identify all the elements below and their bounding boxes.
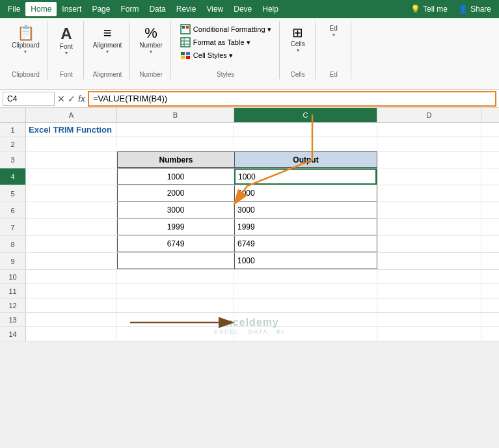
menu-home[interactable]: Home [25, 2, 57, 16]
cell-b11[interactable] [117, 284, 234, 298]
cell-d14[interactable] [377, 327, 481, 341]
cell-c3[interactable]: Output [234, 152, 377, 168]
col-header-a[interactable]: A [26, 108, 117, 122]
cell-a9[interactable] [26, 253, 117, 269]
cell-c1[interactable] [234, 123, 377, 137]
cell-d11[interactable] [377, 284, 481, 298]
cell-d3[interactable] [377, 152, 481, 168]
cells-button[interactable]: ⊞ Cells ▾ [286, 23, 310, 55]
cell-a14[interactable] [26, 327, 117, 341]
row-number-1: 1 [0, 123, 26, 137]
format-as-table-button[interactable]: Format as Table ▾ [178, 36, 274, 48]
cell-c9[interactable]: 1000 [234, 253, 377, 269]
cell-d5[interactable] [377, 185, 481, 202]
menu-file[interactable]: File [3, 2, 25, 16]
row-number-2: 2 [0, 137, 26, 151]
lightbulb-icon: 💡 [411, 5, 420, 14]
cell-b8[interactable]: 6749 [117, 236, 234, 252]
cell-a5[interactable] [26, 185, 117, 202]
font-icon: A [61, 25, 72, 43]
number-button[interactable]: % Number ▾ [137, 23, 165, 56]
formula-input[interactable] [88, 91, 496, 107]
confirm-icon[interactable]: ✓ [68, 94, 75, 104]
cell-d7[interactable] [377, 219, 481, 235]
cell-styles-button[interactable]: Cell Styles ▾ [178, 49, 274, 61]
cell-a6[interactable] [26, 202, 117, 218]
editing-button[interactable]: Ed ▾ [322, 23, 345, 39]
cell-b7[interactable]: 1999 [117, 219, 234, 235]
function-icon[interactable]: fx [78, 94, 85, 104]
watermark-tagline: EXCEL · DATA · BI [214, 328, 285, 335]
font-button[interactable]: A Font ▾ [55, 23, 78, 57]
cell-a3[interactable] [26, 152, 117, 168]
col-header-b[interactable]: B [117, 108, 234, 122]
table-row: 5 2000 2000 [0, 185, 499, 202]
menu-developer[interactable]: Deve [228, 2, 257, 16]
cell-c6[interactable]: 3000 [234, 202, 377, 218]
cell-b6[interactable]: 3000 [117, 202, 234, 218]
table-row: 7 1999 1999 [0, 219, 499, 236]
ribbon-group-editing: Ed ▾ Ed [317, 21, 351, 79]
cell-d9[interactable] [377, 253, 481, 269]
conditional-formatting-button[interactable]: Conditional Formatting ▾ [178, 23, 274, 35]
cell-b1[interactable] [117, 123, 234, 137]
cell-b10[interactable] [117, 270, 234, 283]
cell-d12[interactable] [377, 298, 481, 312]
cell-b3[interactable]: Numbers [117, 152, 234, 168]
cell-b2[interactable] [117, 137, 234, 151]
cell-c7[interactable]: 1999 [234, 219, 377, 235]
cell-d8[interactable] [377, 236, 481, 252]
cell-a8[interactable] [26, 236, 117, 252]
menu-insert[interactable]: Insert [57, 2, 87, 16]
cell-d1[interactable] [377, 123, 481, 137]
cell-a13[interactable] [26, 313, 117, 326]
ribbon-group-font: A Font ▾ Font [49, 21, 84, 79]
clipboard-button[interactable]: 📋 Clipboard ▾ [9, 23, 42, 56]
menu-review[interactable]: Revie [171, 2, 202, 16]
cell-c11[interactable] [234, 284, 377, 298]
cancel-icon[interactable]: ✕ [57, 94, 65, 104]
format-as-table-icon [180, 37, 191, 47]
row-number-5: 5 [0, 185, 26, 202]
menu-page[interactable]: Page [87, 2, 115, 16]
cell-d6[interactable] [377, 202, 481, 218]
cell-reference-box[interactable] [3, 92, 55, 106]
cell-c4[interactable]: 1000 [234, 168, 377, 185]
cell-a4[interactable] [26, 168, 117, 185]
cell-d10[interactable] [377, 270, 481, 283]
cell-d2[interactable] [377, 137, 481, 151]
menu-form[interactable]: Form [115, 2, 144, 16]
menu-view[interactable]: View [201, 2, 228, 16]
menu-help[interactable]: Help [257, 2, 284, 16]
cell-a12[interactable] [26, 298, 117, 312]
row-number-7: 7 [0, 219, 26, 235]
cell-b9[interactable] [117, 253, 234, 269]
menu-bar: File Home Insert Page Form Data Revie Vi… [0, 0, 499, 18]
cell-b12[interactable] [117, 298, 234, 312]
alignment-icon: ≡ [103, 25, 112, 42]
alignment-button[interactable]: ≡ Alignment ▾ [90, 23, 124, 56]
cell-a11[interactable] [26, 284, 117, 298]
cell-c8[interactable]: 6749 [234, 236, 377, 252]
cell-c10[interactable] [234, 270, 377, 283]
tell-me[interactable]: 💡 Tell me [405, 2, 453, 16]
cell-c12[interactable] [234, 298, 377, 312]
cell-b4[interactable]: 1000 [117, 168, 234, 185]
column-headers: A B C D [0, 108, 499, 123]
cell-c5[interactable]: 2000 [234, 185, 377, 202]
cell-a7[interactable] [26, 219, 117, 235]
cell-a1[interactable]: Excel TRIM Function [26, 123, 117, 137]
ribbon-group-alignment: ≡ Alignment ▾ Alignment [85, 21, 130, 79]
cell-d4[interactable] [377, 168, 481, 185]
col-header-c[interactable]: C [234, 108, 377, 122]
share-button[interactable]: 👤 Share [453, 2, 496, 16]
cell-a2[interactable] [26, 137, 117, 151]
formula-bar: ✕ ✓ fx [0, 90, 499, 108]
menu-data[interactable]: Data [144, 2, 170, 16]
cell-a10[interactable] [26, 270, 117, 283]
svg-rect-3 [181, 38, 190, 47]
col-header-d[interactable]: D [377, 108, 481, 122]
cell-b5[interactable]: 2000 [117, 185, 234, 202]
cell-c2[interactable] [234, 137, 377, 151]
cell-d13[interactable] [377, 313, 481, 326]
